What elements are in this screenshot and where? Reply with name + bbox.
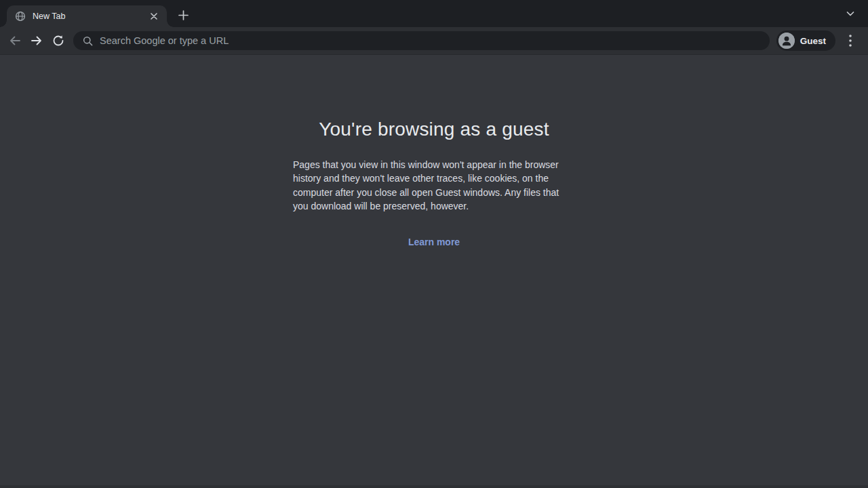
address-input[interactable] <box>100 35 760 46</box>
window-bottom-edge <box>0 485 868 488</box>
chevron-down-icon <box>846 9 855 18</box>
tab-new-tab[interactable]: New Tab <box>7 5 167 27</box>
guest-description: Pages that you view in this window won't… <box>293 158 575 214</box>
tab-strip: New Tab <box>0 0 868 27</box>
guest-label: Guest <box>800 36 826 46</box>
forward-button[interactable] <box>26 30 47 52</box>
address-bar[interactable] <box>73 31 770 50</box>
reload-icon <box>52 34 65 47</box>
globe-icon <box>15 11 26 22</box>
tab-search-button[interactable] <box>842 5 859 22</box>
arrow-right-icon <box>30 34 43 47</box>
back-button[interactable] <box>4 30 26 52</box>
learn-more-link[interactable]: Learn more <box>408 237 460 247</box>
reload-button[interactable] <box>47 30 69 52</box>
arrow-left-icon <box>8 34 22 47</box>
person-icon <box>778 33 795 49</box>
browser-menu-button[interactable] <box>840 30 861 52</box>
tab-title: New Tab <box>33 12 148 21</box>
search-icon <box>83 36 93 46</box>
browser-toolbar: Guest <box>0 27 868 54</box>
close-icon[interactable] <box>148 10 160 22</box>
page-title: You're browsing as a guest <box>319 119 549 140</box>
plus-icon <box>178 10 189 20</box>
new-tab-button[interactable] <box>174 5 193 24</box>
guest-new-tab-page: You're browsing as a guest Pages that yo… <box>0 54 868 485</box>
three-dot-menu-icon <box>849 35 852 47</box>
profile-guest-button[interactable]: Guest <box>776 30 835 51</box>
